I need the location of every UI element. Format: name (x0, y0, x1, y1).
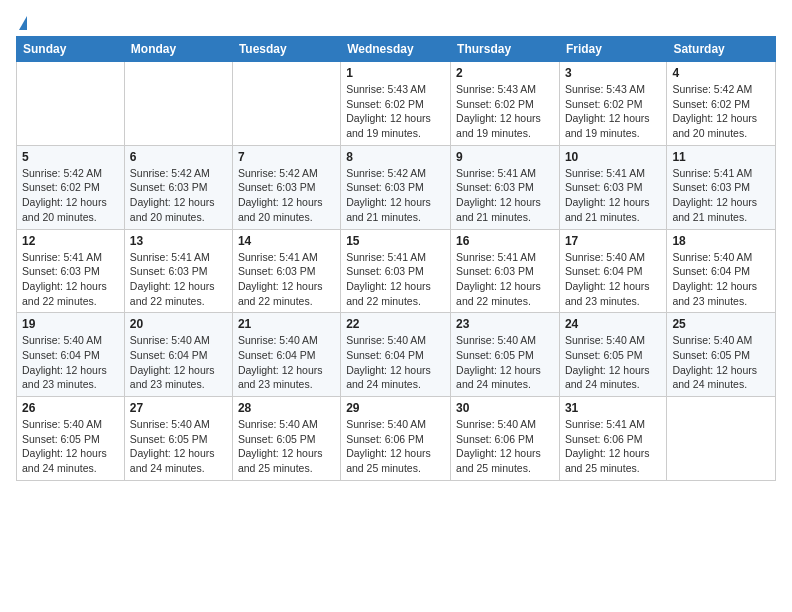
day-number: 1 (346, 66, 445, 80)
day-number: 6 (130, 150, 227, 164)
day-number: 7 (238, 150, 335, 164)
day-number: 30 (456, 401, 554, 415)
day-number: 20 (130, 317, 227, 331)
day-number: 12 (22, 234, 119, 248)
calendar-cell: 7Sunrise: 5:42 AMSunset: 6:03 PMDaylight… (232, 145, 340, 229)
calendar-cell: 31Sunrise: 5:41 AMSunset: 6:06 PMDayligh… (559, 397, 666, 481)
weekday-header-thursday: Thursday (451, 37, 560, 62)
calendar-cell: 11Sunrise: 5:41 AMSunset: 6:03 PMDayligh… (667, 145, 776, 229)
day-info: Sunrise: 5:41 AMSunset: 6:03 PMDaylight:… (456, 166, 554, 225)
day-number: 15 (346, 234, 445, 248)
day-info: Sunrise: 5:43 AMSunset: 6:02 PMDaylight:… (565, 82, 661, 141)
day-number: 24 (565, 317, 661, 331)
day-info: Sunrise: 5:41 AMSunset: 6:03 PMDaylight:… (565, 166, 661, 225)
calendar-cell: 21Sunrise: 5:40 AMSunset: 6:04 PMDayligh… (232, 313, 340, 397)
day-info: Sunrise: 5:40 AMSunset: 6:05 PMDaylight:… (130, 417, 227, 476)
day-number: 31 (565, 401, 661, 415)
day-info: Sunrise: 5:42 AMSunset: 6:03 PMDaylight:… (130, 166, 227, 225)
calendar-cell: 4Sunrise: 5:42 AMSunset: 6:02 PMDaylight… (667, 62, 776, 146)
weekday-header-sunday: Sunday (17, 37, 125, 62)
day-number: 2 (456, 66, 554, 80)
calendar-cell: 12Sunrise: 5:41 AMSunset: 6:03 PMDayligh… (17, 229, 125, 313)
weekday-header-tuesday: Tuesday (232, 37, 340, 62)
calendar-cell: 19Sunrise: 5:40 AMSunset: 6:04 PMDayligh… (17, 313, 125, 397)
weekday-header-monday: Monday (124, 37, 232, 62)
day-number: 18 (672, 234, 770, 248)
day-number: 8 (346, 150, 445, 164)
weekday-header-saturday: Saturday (667, 37, 776, 62)
day-number: 27 (130, 401, 227, 415)
calendar-cell: 30Sunrise: 5:40 AMSunset: 6:06 PMDayligh… (451, 397, 560, 481)
day-number: 19 (22, 317, 119, 331)
day-number: 3 (565, 66, 661, 80)
day-number: 26 (22, 401, 119, 415)
day-info: Sunrise: 5:40 AMSunset: 6:06 PMDaylight:… (346, 417, 445, 476)
calendar-cell: 28Sunrise: 5:40 AMSunset: 6:05 PMDayligh… (232, 397, 340, 481)
calendar-cell (667, 397, 776, 481)
calendar-cell (17, 62, 125, 146)
calendar-cell: 14Sunrise: 5:41 AMSunset: 6:03 PMDayligh… (232, 229, 340, 313)
calendar-cell (124, 62, 232, 146)
day-info: Sunrise: 5:40 AMSunset: 6:04 PMDaylight:… (565, 250, 661, 309)
day-number: 17 (565, 234, 661, 248)
weekday-header-friday: Friday (559, 37, 666, 62)
calendar-cell: 13Sunrise: 5:41 AMSunset: 6:03 PMDayligh… (124, 229, 232, 313)
calendar-cell: 27Sunrise: 5:40 AMSunset: 6:05 PMDayligh… (124, 397, 232, 481)
day-info: Sunrise: 5:41 AMSunset: 6:03 PMDaylight:… (238, 250, 335, 309)
day-info: Sunrise: 5:43 AMSunset: 6:02 PMDaylight:… (346, 82, 445, 141)
day-info: Sunrise: 5:40 AMSunset: 6:04 PMDaylight:… (238, 333, 335, 392)
day-info: Sunrise: 5:40 AMSunset: 6:06 PMDaylight:… (456, 417, 554, 476)
day-info: Sunrise: 5:41 AMSunset: 6:03 PMDaylight:… (22, 250, 119, 309)
day-info: Sunrise: 5:40 AMSunset: 6:04 PMDaylight:… (672, 250, 770, 309)
day-number: 9 (456, 150, 554, 164)
calendar-cell: 8Sunrise: 5:42 AMSunset: 6:03 PMDaylight… (341, 145, 451, 229)
calendar-cell: 29Sunrise: 5:40 AMSunset: 6:06 PMDayligh… (341, 397, 451, 481)
calendar-cell: 5Sunrise: 5:42 AMSunset: 6:02 PMDaylight… (17, 145, 125, 229)
day-number: 29 (346, 401, 445, 415)
calendar-cell: 24Sunrise: 5:40 AMSunset: 6:05 PMDayligh… (559, 313, 666, 397)
day-number: 5 (22, 150, 119, 164)
calendar-cell: 23Sunrise: 5:40 AMSunset: 6:05 PMDayligh… (451, 313, 560, 397)
day-info: Sunrise: 5:40 AMSunset: 6:05 PMDaylight:… (238, 417, 335, 476)
day-info: Sunrise: 5:41 AMSunset: 6:06 PMDaylight:… (565, 417, 661, 476)
day-number: 10 (565, 150, 661, 164)
calendar-cell (232, 62, 340, 146)
calendar-cell: 18Sunrise: 5:40 AMSunset: 6:04 PMDayligh… (667, 229, 776, 313)
logo-triangle-icon (19, 16, 27, 30)
day-info: Sunrise: 5:42 AMSunset: 6:02 PMDaylight:… (22, 166, 119, 225)
calendar-cell: 20Sunrise: 5:40 AMSunset: 6:04 PMDayligh… (124, 313, 232, 397)
day-number: 21 (238, 317, 335, 331)
day-info: Sunrise: 5:41 AMSunset: 6:03 PMDaylight:… (672, 166, 770, 225)
day-info: Sunrise: 5:40 AMSunset: 6:04 PMDaylight:… (22, 333, 119, 392)
calendar-cell: 17Sunrise: 5:40 AMSunset: 6:04 PMDayligh… (559, 229, 666, 313)
calendar-cell: 9Sunrise: 5:41 AMSunset: 6:03 PMDaylight… (451, 145, 560, 229)
logo (16, 16, 27, 26)
calendar-cell: 15Sunrise: 5:41 AMSunset: 6:03 PMDayligh… (341, 229, 451, 313)
day-info: Sunrise: 5:41 AMSunset: 6:03 PMDaylight:… (456, 250, 554, 309)
calendar-cell: 25Sunrise: 5:40 AMSunset: 6:05 PMDayligh… (667, 313, 776, 397)
calendar-cell: 10Sunrise: 5:41 AMSunset: 6:03 PMDayligh… (559, 145, 666, 229)
day-info: Sunrise: 5:41 AMSunset: 6:03 PMDaylight:… (130, 250, 227, 309)
day-number: 22 (346, 317, 445, 331)
page-header (16, 16, 776, 26)
day-number: 28 (238, 401, 335, 415)
day-info: Sunrise: 5:40 AMSunset: 6:05 PMDaylight:… (672, 333, 770, 392)
day-info: Sunrise: 5:41 AMSunset: 6:03 PMDaylight:… (346, 250, 445, 309)
calendar-cell: 2Sunrise: 5:43 AMSunset: 6:02 PMDaylight… (451, 62, 560, 146)
day-number: 13 (130, 234, 227, 248)
day-info: Sunrise: 5:42 AMSunset: 6:03 PMDaylight:… (238, 166, 335, 225)
day-number: 16 (456, 234, 554, 248)
day-info: Sunrise: 5:40 AMSunset: 6:04 PMDaylight:… (346, 333, 445, 392)
calendar-cell: 16Sunrise: 5:41 AMSunset: 6:03 PMDayligh… (451, 229, 560, 313)
calendar-cell: 26Sunrise: 5:40 AMSunset: 6:05 PMDayligh… (17, 397, 125, 481)
day-number: 23 (456, 317, 554, 331)
day-number: 14 (238, 234, 335, 248)
day-info: Sunrise: 5:40 AMSunset: 6:04 PMDaylight:… (130, 333, 227, 392)
day-info: Sunrise: 5:40 AMSunset: 6:05 PMDaylight:… (22, 417, 119, 476)
day-number: 4 (672, 66, 770, 80)
day-info: Sunrise: 5:42 AMSunset: 6:02 PMDaylight:… (672, 82, 770, 141)
day-number: 25 (672, 317, 770, 331)
day-info: Sunrise: 5:43 AMSunset: 6:02 PMDaylight:… (456, 82, 554, 141)
calendar-cell: 1Sunrise: 5:43 AMSunset: 6:02 PMDaylight… (341, 62, 451, 146)
calendar-cell: 22Sunrise: 5:40 AMSunset: 6:04 PMDayligh… (341, 313, 451, 397)
